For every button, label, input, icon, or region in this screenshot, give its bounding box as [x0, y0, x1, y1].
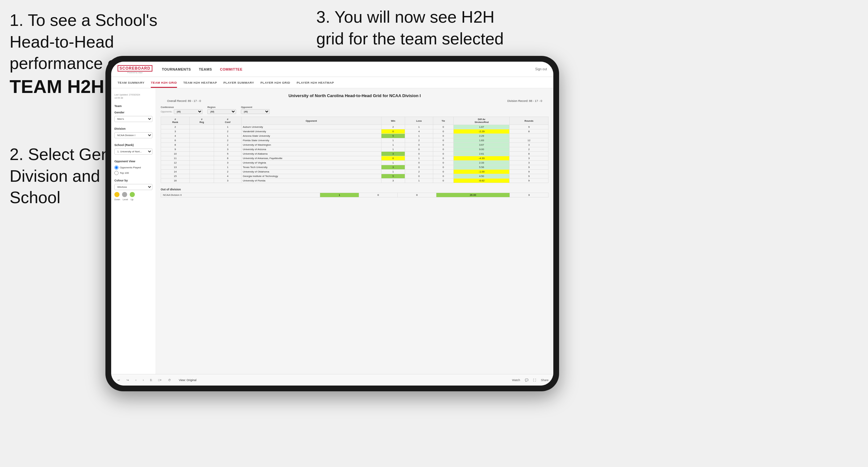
region-select[interactable]: (All)	[207, 109, 236, 114]
forward-btn[interactable]: ›	[141, 378, 145, 383]
watch-btn[interactable]: Watch	[512, 378, 520, 382]
table-row: 154Georgia Institute of Technology5004.5…	[161, 174, 549, 179]
tab-team-h2h-heatmap[interactable]: TEAM H2H HEATMAP	[183, 81, 217, 88]
col-reg: #Reg	[189, 117, 214, 125]
step3-text: 3. You will now see H2H grid for the tea…	[316, 8, 504, 48]
out-row-rounds: 3	[509, 193, 548, 197]
table-row: 116University of Arkansas, Fayetteville0…	[161, 156, 549, 161]
radio-top100-input[interactable]	[114, 171, 119, 175]
timestamp-time: 16:55:38	[114, 97, 123, 99]
col-tie: Tie	[433, 117, 454, 125]
col-rounds: Rounds	[509, 117, 549, 125]
grid-title: University of North Carolina Head-to-Hea…	[161, 93, 549, 98]
out-row-win: 1	[320, 193, 359, 197]
nav-teams[interactable]: TEAMS	[199, 67, 212, 71]
team-label: Team	[114, 104, 152, 107]
table-row: 93University of Arizona1009.002	[161, 147, 549, 152]
up-label: Up	[131, 198, 133, 200]
opponent-view-label: Opponent View	[114, 160, 152, 163]
radio2-label: Top 100	[120, 172, 129, 175]
tablet: SCOREBOARD Powered by clippi TOURNAMENTS…	[105, 56, 559, 391]
table-row: 41Arizona State University5102.29	[161, 134, 549, 138]
tab-team-h2h-grid[interactable]: TEAM H2H GRID	[151, 81, 177, 88]
tab-player-h2h-grid[interactable]: PLAYER H2H GRID	[260, 81, 290, 88]
colour-select[interactable]: Win/loss	[114, 184, 152, 190]
division-select[interactable]: NCAA Division I	[114, 132, 152, 138]
filter-conference: Conference Opponents: (All)	[161, 106, 203, 114]
opponent-view-group: Opponents Played Top 100	[114, 165, 152, 175]
table-row: 62Florida State University1201.8312	[161, 138, 549, 143]
paste-btn[interactable]: □+	[157, 378, 163, 383]
school-select[interactable]: 1. University of Nort...	[114, 149, 152, 155]
out-row-diff: 26.00	[436, 193, 510, 197]
table-row: 131Texas Tech University3005.569	[161, 165, 549, 169]
col-conf: #Conf	[214, 117, 242, 125]
nav-items: TOURNAMENTS TEAMS COMMITTEE	[162, 67, 526, 71]
colour-labels: Down Level Up	[114, 198, 152, 200]
table-row: 123University of Virginia1002.333	[161, 161, 549, 165]
view-label: View: Original	[179, 378, 196, 382]
radio-opponents-played[interactable]: Opponents Played	[114, 165, 152, 169]
school-label: School (Rank)	[114, 144, 152, 147]
conference-select[interactable]: (All)	[174, 109, 203, 114]
radio-opponents-played-input[interactable]	[114, 165, 119, 169]
table-row: 142University of Oklahoma120-1.009	[161, 169, 549, 174]
tablet-screen: SCOREBOARD Powered by clippi TOURNAMENTS…	[111, 62, 553, 385]
expand-icon[interactable]: ⛶	[533, 378, 536, 382]
out-of-division-label: Out of division	[161, 188, 549, 191]
table-row: 105University of Alabama3002.618	[161, 152, 549, 156]
sub-nav: TEAM SUMMARY TEAM H2H GRID TEAM H2H HEAT…	[111, 77, 553, 89]
overall-record: Overall Record: 89 - 17 - 0	[167, 99, 201, 102]
copy-btn[interactable]: ⎘	[149, 378, 153, 383]
undo-btn[interactable]: ↩	[116, 378, 122, 383]
back-btn[interactable]: ‹	[134, 378, 138, 383]
timestamp: Last Updated: 27/03/2024 16:55:38	[114, 93, 152, 100]
tab-player-summary[interactable]: PLAYER SUMMARY	[223, 81, 254, 88]
logo-text: SCOREBOARD	[118, 65, 152, 71]
table-row: 32Vanderbilt University040-2.298	[161, 129, 549, 134]
grid-records: Overall Record: 89 - 17 - 0 Division Rec…	[161, 99, 549, 102]
share-btn[interactable]: Share	[541, 378, 549, 382]
table-row: 21Auburn University2101.679	[161, 125, 549, 129]
redo-btn[interactable]: ↪	[125, 378, 131, 383]
h2h-table: #Rank #Reg #Conf Opponent Win Loss Tie D…	[161, 117, 549, 183]
down-label: Down	[114, 198, 120, 200]
radio1-label: Opponents Played	[120, 166, 141, 169]
opponent-label: Opponent	[241, 106, 270, 108]
col-rank: #Rank	[161, 117, 190, 125]
region-label: Region	[207, 106, 236, 108]
table-row: 82University of Washington1003.673	[161, 143, 549, 147]
down-dot	[114, 192, 120, 197]
colour-by-label: Colour by	[114, 179, 152, 182]
out-row-label: NCAA Division II	[161, 193, 320, 197]
clock-icon: ⏱	[166, 378, 173, 383]
up-dot	[130, 192, 135, 197]
logo-sub: Powered by clippi	[127, 71, 143, 73]
gender-label: Gender	[114, 111, 152, 114]
nav-tournaments[interactable]: TOURNAMENTS	[162, 67, 191, 71]
tab-player-h2h-heatmap[interactable]: PLAYER H2H HEATMAP	[297, 81, 334, 88]
nav-committee[interactable]: COMMITTEE	[220, 67, 243, 71]
out-row-loss: 0	[359, 193, 397, 197]
col-diff: Diff AvStrokes/Rnd	[454, 117, 509, 125]
timestamp-label: Last Updated: 27/03/2024	[114, 94, 140, 96]
conference-sublabel: Opponents:	[161, 111, 172, 113]
colour-dots	[114, 192, 152, 197]
grid-area: University of North Carolina Head-to-Hea…	[156, 89, 553, 374]
out-of-division: Out of division NCAA Division II 1 0 0 2…	[161, 188, 549, 197]
sign-out[interactable]: Sign out	[535, 67, 547, 71]
radio-top100[interactable]: Top 100	[114, 171, 152, 175]
division-record: Division Record: 88 - 17 - 0	[507, 99, 542, 102]
logo: SCOREBOARD Powered by clippi	[118, 65, 152, 73]
gender-select[interactable]: Men's	[114, 116, 152, 122]
level-dot	[122, 192, 127, 197]
tab-team-summary[interactable]: TEAM SUMMARY	[118, 81, 145, 88]
out-table: NCAA Division II 1 0 0 26.00 3	[161, 193, 549, 197]
opponent-select[interactable]: (All)	[241, 109, 270, 114]
bottom-toolbar: ↩ ↪ ‹ › ⎘ □+ ⏱ View: Original Watch 💬 ⛶ …	[111, 374, 553, 385]
sidebar: Last Updated: 27/03/2024 16:55:38 Team G…	[111, 89, 156, 374]
filter-region: Region (All)	[207, 106, 236, 114]
toolbar-right: Watch 💬 ⛶ Share	[512, 378, 549, 382]
comment-icon[interactable]: 💬	[525, 378, 528, 382]
table-row: 163University of Florida310-6.629	[161, 179, 549, 183]
